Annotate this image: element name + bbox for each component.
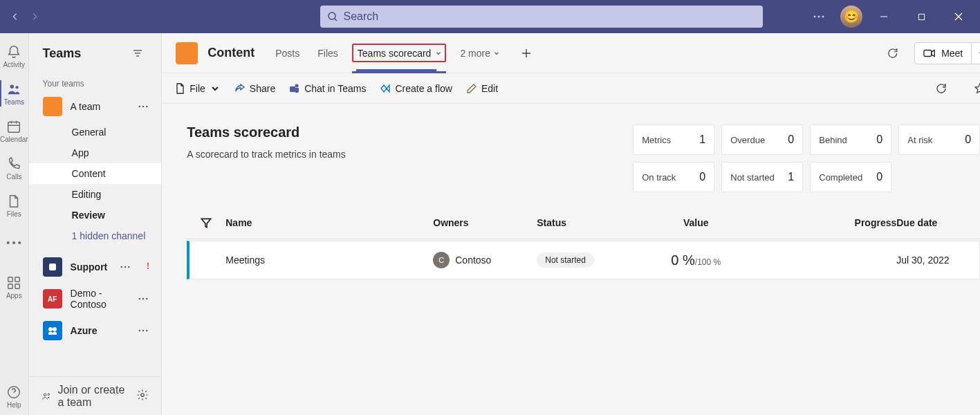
- tab-teams-scorecard[interactable]: Teams scorecard: [352, 33, 447, 73]
- nav-back-button[interactable]: [6, 7, 25, 26]
- metric-behind[interactable]: Behind0: [810, 124, 891, 155]
- flow-icon: [380, 83, 391, 94]
- svg-point-10: [18, 241, 21, 244]
- col-value[interactable]: Value: [634, 217, 758, 228]
- rail-more[interactable]: [0, 224, 28, 261]
- main-content: Content Posts Files Teams scorecard 2 mo…: [162, 33, 980, 415]
- star-icon[interactable]: [968, 76, 980, 101]
- join-create-team[interactable]: Join or create a team: [29, 376, 162, 415]
- team-more-icon[interactable]: [133, 97, 153, 116]
- team-support[interactable]: Support: [29, 252, 162, 282]
- metric-metrics[interactable]: Metrics1: [633, 124, 714, 155]
- channel-review[interactable]: Review: [29, 205, 162, 225]
- user-avatar[interactable]: 😊: [840, 6, 862, 28]
- share-icon: [234, 83, 246, 94]
- svg-rect-19: [49, 264, 56, 270]
- tab-more[interactable]: 2 more: [456, 33, 504, 73]
- svg-point-9: [12, 241, 15, 244]
- svg-rect-14: [15, 284, 19, 288]
- rail-label: Apps: [6, 292, 22, 299]
- tab-label: Teams scorecard: [358, 48, 432, 59]
- team-more-icon[interactable]: [115, 257, 135, 277]
- col-progress[interactable]: Progress: [758, 217, 896, 228]
- cmd-file[interactable]: File: [174, 83, 221, 94]
- col-due[interactable]: Due date: [896, 217, 979, 228]
- scorecard-description: A scorecard to track metrics in teams: [187, 149, 346, 160]
- conversation-icon[interactable]: [880, 41, 905, 66]
- cmd-share[interactable]: Share: [234, 83, 275, 94]
- nav-forward-button[interactable]: [25, 7, 44, 26]
- tab-posts[interactable]: Posts: [271, 33, 304, 73]
- channel-app[interactable]: App: [29, 142, 162, 163]
- svg-point-34: [141, 393, 145, 396]
- metric-on-track[interactable]: On track0: [633, 162, 714, 192]
- maximize-icon[interactable]: [905, 0, 937, 33]
- svg-point-31: [146, 330, 148, 332]
- svg-point-29: [139, 330, 141, 332]
- rail-calls[interactable]: Calls: [0, 149, 28, 187]
- channel-content[interactable]: Content: [29, 163, 162, 184]
- rail-label: Help: [7, 401, 21, 409]
- col-name[interactable]: Name: [225, 217, 433, 228]
- svg-point-16: [139, 106, 141, 108]
- rail-label: Calendar: [0, 136, 28, 143]
- svg-rect-35: [924, 50, 932, 56]
- team-azure[interactable]: Azure: [29, 315, 162, 346]
- svg-point-24: [139, 298, 141, 300]
- rail-label: Files: [7, 210, 21, 218]
- channel-editing[interactable]: Editing: [29, 184, 162, 205]
- metric-completed[interactable]: Completed0: [810, 162, 891, 192]
- team-a-team[interactable]: A team: [29, 91, 162, 122]
- rail-calendar[interactable]: Calendar: [0, 112, 28, 149]
- filter-icon[interactable]: [128, 44, 147, 63]
- channel-general[interactable]: General: [29, 122, 162, 142]
- metric-overdue[interactable]: Overdue0: [721, 124, 803, 155]
- cmd-chat[interactable]: Chat in Teams: [289, 83, 366, 94]
- svg-point-0: [329, 12, 335, 19]
- refresh-icon[interactable]: [929, 76, 954, 101]
- tab-label: 2 more: [460, 48, 490, 59]
- table-row[interactable]: Meetings C Contoso Not started 0 %/100 %…: [187, 241, 980, 279]
- rail-activity[interactable]: Activity: [0, 37, 28, 75]
- minimize-icon[interactable]: [868, 0, 900, 33]
- rail-label: Calls: [6, 173, 21, 181]
- col-owners[interactable]: Owners: [433, 217, 537, 228]
- rail-teams[interactable]: Teams: [0, 75, 28, 112]
- search-input[interactable]: Search: [320, 6, 763, 28]
- svg-point-18: [146, 106, 148, 108]
- cmd-label: Create a flow: [395, 83, 452, 94]
- metrics-grid: Metrics1 Overdue0 Behind0 At risk0 On tr…: [633, 124, 980, 192]
- team-demo-contoso[interactable]: AF Demo - Contoso: [29, 282, 162, 315]
- svg-point-1: [814, 16, 816, 18]
- team-more-icon[interactable]: [133, 321, 153, 340]
- metric-at-risk[interactable]: At risk0: [898, 124, 980, 155]
- meet-button[interactable]: Meet: [914, 42, 972, 64]
- teams-icon: [289, 83, 300, 94]
- team-more-icon[interactable]: [133, 289, 153, 308]
- row-value: 0 %/100 %: [634, 252, 758, 268]
- rail-files[interactable]: Files: [0, 187, 28, 224]
- svg-point-21: [124, 266, 127, 268]
- channel-header: Content Posts Files Teams scorecard 2 mo…: [162, 33, 980, 73]
- metric-not-started[interactable]: Not started1: [721, 162, 803, 192]
- svg-rect-13: [8, 284, 12, 288]
- rail-help[interactable]: Help: [0, 378, 28, 415]
- people-add-icon: [41, 389, 51, 403]
- cmd-label: Share: [250, 83, 275, 94]
- ellipsis-icon[interactable]: [803, 0, 835, 33]
- add-tab-button[interactable]: [514, 41, 539, 66]
- tab-files[interactable]: Files: [313, 33, 342, 73]
- cmd-flow[interactable]: Create a flow: [380, 83, 452, 94]
- title-bar: Search 😊: [0, 0, 980, 33]
- meet-dropdown[interactable]: [972, 42, 980, 64]
- rail-apps[interactable]: Apps: [0, 268, 28, 306]
- col-status[interactable]: Status: [537, 217, 634, 228]
- command-bar: File Share Chat in Teams Create a flow E…: [162, 73, 980, 104]
- hidden-channel-link[interactable]: 1 hidden channel: [29, 225, 162, 246]
- gear-icon[interactable]: [136, 389, 149, 404]
- close-icon[interactable]: [943, 0, 974, 33]
- filter-icon[interactable]: [187, 216, 225, 229]
- svg-rect-7: [8, 122, 20, 132]
- cmd-edit[interactable]: Edit: [466, 83, 498, 94]
- video-icon: [923, 48, 936, 58]
